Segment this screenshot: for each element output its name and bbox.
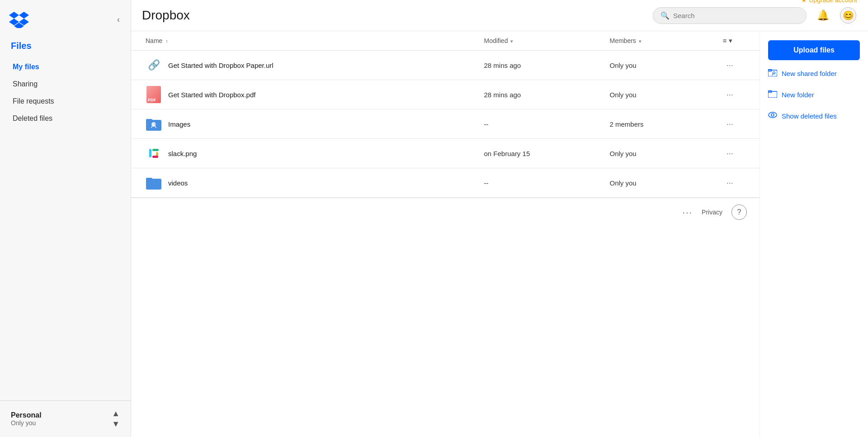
content-area: Name ↑ Modified ▾ Members ▾ ≡ ▾	[131, 31, 868, 437]
file-name: videos	[168, 179, 188, 187]
main-content: Dropbox ★ Upgrade account 🔍 🔔 😊	[131, 0, 868, 437]
page-title: Dropbox	[142, 8, 190, 23]
right-panel: Upload files New shared folder	[760, 31, 868, 437]
file-more-button[interactable]: ···	[723, 118, 737, 131]
file-name-cell: Images	[146, 116, 470, 132]
file-list: 🔗 Get Started with Dropbox Paper.url 28 …	[131, 51, 760, 198]
sidebar-item-file-requests[interactable]: File requests	[0, 93, 131, 110]
chevron-down-icon: ▼	[112, 419, 120, 429]
svg-rect-6	[149, 149, 151, 152]
file-modified: 28 mins ago	[477, 51, 603, 80]
svg-rect-10	[152, 156, 158, 158]
file-members: Only you	[603, 139, 716, 168]
col-modified-header[interactable]: Modified ▾	[477, 31, 603, 51]
svg-rect-12	[146, 178, 152, 180]
help-icon: ?	[737, 208, 741, 216]
sidebar-item-deleted-files[interactable]: Deleted files	[0, 110, 131, 127]
sort-ascending-icon: ↑	[165, 38, 168, 44]
collapse-sidebar-button[interactable]: ‹	[115, 13, 122, 26]
file-name: Images	[168, 120, 190, 128]
search-bar[interactable]: 🔍	[653, 7, 807, 24]
privacy-link[interactable]: Privacy	[702, 209, 722, 216]
files-section-label: Files	[0, 33, 131, 55]
personal-sub: Only you	[11, 419, 42, 427]
header-right: ★ Upgrade account 🔍 🔔 😊	[653, 6, 857, 24]
file-name: Get Started with Dropbox.pdf	[168, 91, 255, 99]
search-input[interactable]	[673, 12, 799, 19]
personal-info: Personal Only you	[11, 411, 42, 427]
file-more-button[interactable]: ···	[723, 59, 737, 72]
help-button[interactable]: ?	[731, 204, 747, 220]
avatar-button[interactable]: 😊	[839, 6, 857, 24]
view-toggle-icon[interactable]: ≡ ▾	[723, 37, 732, 44]
expand-account-button[interactable]: ▲ ▼	[112, 409, 120, 429]
svg-point-3	[155, 123, 158, 126]
bell-icon: 🔔	[817, 10, 829, 21]
show-deleted-icon	[768, 111, 777, 121]
svg-point-18	[769, 112, 777, 118]
slack-image-icon	[146, 145, 162, 162]
file-more-button[interactable]: ···	[723, 176, 737, 190]
svg-point-19	[771, 114, 774, 116]
svg-rect-1	[146, 119, 152, 122]
sidebar-nav: My files Sharing File requests Deleted f…	[0, 55, 131, 400]
chevron-up-icon: ▲	[112, 409, 120, 418]
notifications-button[interactable]: 🔔	[814, 6, 832, 24]
col-members-header[interactable]: Members ▾	[603, 31, 716, 51]
file-more-button[interactable]: ···	[723, 147, 737, 160]
sidebar-top: ‹	[0, 0, 131, 33]
sort-caret-icon: ▾	[510, 38, 513, 44]
star-icon: ★	[801, 0, 807, 4]
file-members: Only you	[603, 168, 716, 198]
table-row[interactable]: 🔗 Get Started with Dropbox Paper.url 28 …	[131, 51, 760, 80]
sidebar: ‹ Files My files Sharing File requests D…	[0, 0, 131, 437]
file-modified: --	[477, 109, 603, 139]
file-modified: 28 mins ago	[477, 80, 603, 109]
file-name-cell: videos	[146, 175, 470, 191]
footer-more-button[interactable]: ···	[682, 207, 693, 218]
new-folder-button[interactable]: New folder	[768, 87, 860, 103]
col-actions-header: ≡ ▾	[716, 31, 760, 51]
new-shared-folder-icon	[768, 68, 777, 79]
members-sort-caret-icon: ▾	[639, 38, 642, 44]
col-name-header[interactable]: Name ↑	[131, 31, 477, 51]
table-row[interactable]: slack.png on February 15 Only you ···	[131, 139, 760, 168]
file-more-button[interactable]: ···	[723, 88, 737, 101]
shared-folder-icon	[146, 116, 162, 132]
personal-label: Personal	[11, 411, 42, 419]
file-modified: on February 15	[477, 139, 603, 168]
table-row[interactable]: PDF Get Started with Dropbox.pdf 28 mins…	[131, 80, 760, 109]
upgrade-account-button[interactable]: ★ Upgrade account	[801, 0, 857, 4]
show-deleted-files-button[interactable]: Show deleted files	[768, 108, 860, 124]
file-table: Name ↑ Modified ▾ Members ▾ ≡ ▾	[131, 31, 760, 198]
svg-rect-4	[147, 147, 160, 160]
upload-files-button[interactable]: Upload files	[768, 40, 860, 60]
table-header: Name ↑ Modified ▾ Members ▾ ≡ ▾	[131, 31, 760, 51]
sidebar-bottom: Personal Only you ▲ ▼	[0, 400, 131, 437]
pdf-file-icon: PDF	[146, 86, 162, 103]
sidebar-item-sharing[interactable]: Sharing	[0, 76, 131, 93]
file-name-cell: PDF Get Started with Dropbox.pdf	[146, 86, 470, 103]
avatar: 😊	[840, 7, 856, 24]
file-name-cell: 🔗 Get Started with Dropbox Paper.url	[146, 57, 470, 73]
sidebar-item-my-files[interactable]: My files	[0, 58, 131, 76]
user-icon: 😊	[843, 10, 854, 21]
footer: ··· Privacy ?	[131, 198, 760, 226]
file-members: 2 members	[603, 109, 716, 139]
file-members: Only you	[603, 80, 716, 109]
file-members: Only you	[603, 51, 716, 80]
svg-rect-8	[155, 149, 159, 151]
header: Dropbox ★ Upgrade account 🔍 🔔 😊	[131, 0, 868, 31]
file-modified: --	[477, 168, 603, 198]
file-section: Name ↑ Modified ▾ Members ▾ ≡ ▾	[131, 31, 760, 437]
new-shared-folder-button[interactable]: New shared folder	[768, 66, 860, 81]
new-folder-icon	[768, 90, 777, 100]
table-row[interactable]: Images -- 2 members ···	[131, 109, 760, 139]
file-name: slack.png	[168, 150, 197, 157]
file-name: Get Started with Dropbox Paper.url	[168, 62, 274, 69]
search-icon: 🔍	[660, 11, 670, 20]
link-file-icon: 🔗	[146, 57, 162, 73]
dropbox-logo	[9, 11, 29, 28]
file-name-cell: slack.png	[146, 145, 470, 162]
table-row[interactable]: videos -- Only you ···	[131, 168, 760, 198]
